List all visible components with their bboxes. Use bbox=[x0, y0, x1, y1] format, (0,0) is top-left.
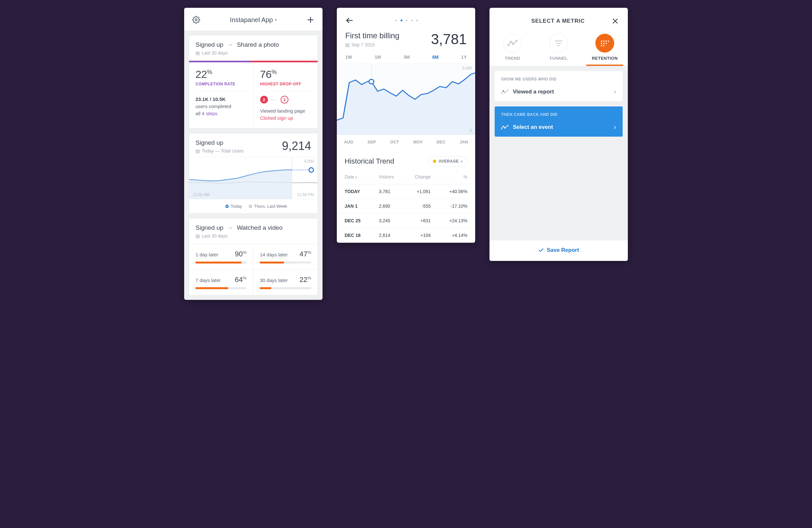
cell-date: JAN 1 bbox=[337, 199, 371, 213]
svg-point-29 bbox=[504, 92, 505, 93]
funnel-icon bbox=[549, 34, 568, 52]
header-bar: SELECT A METRIC bbox=[490, 8, 628, 32]
table-header: Visitors bbox=[371, 170, 404, 184]
metric-tab-trend[interactable]: TREND bbox=[490, 34, 536, 66]
table-row[interactable]: DEC 182,614+104+4.14% bbox=[337, 228, 475, 243]
close-button[interactable] bbox=[610, 16, 620, 26]
x-tick: AUG bbox=[344, 139, 353, 145]
trend-card[interactable]: Signed up ▤ Today — Total Users 9,214 4,… bbox=[189, 133, 318, 213]
dots-icon: •••› bbox=[271, 98, 278, 102]
app-selector[interactable]: Instapanel App ▾ bbox=[230, 16, 277, 24]
completion-label: COMPLETION RATE bbox=[195, 82, 247, 86]
settings-icon[interactable] bbox=[191, 15, 201, 25]
step-badges: 2 •••› 3 bbox=[260, 96, 311, 104]
retention-label: 14 days later bbox=[260, 252, 288, 257]
metric-date: ▤ Sep 7 2015 bbox=[345, 42, 400, 47]
svg-point-24 bbox=[606, 43, 607, 44]
trend-line-icon bbox=[501, 90, 508, 94]
retention-label: 30 days later bbox=[260, 277, 288, 283]
trend-line-icon bbox=[501, 125, 508, 130]
cell-visitors: 3,245 bbox=[371, 213, 404, 228]
svg-point-14 bbox=[516, 40, 518, 42]
table-row[interactable]: DEC 253,245+631+24.13% bbox=[337, 213, 475, 228]
table-row[interactable]: JAN 12,690-555-17.10% bbox=[337, 199, 475, 213]
completion-stat: 22% COMPLETION RATE 23.1K / 10.5K users … bbox=[189, 62, 253, 128]
step-from-badge: 2 bbox=[260, 96, 268, 104]
cell-date: DEC 25 bbox=[337, 213, 371, 228]
y-axis-max: 4,000 bbox=[304, 159, 314, 164]
metric-type-tabs: TRENDFUNNELRETENTION bbox=[490, 32, 628, 66]
retention-value: 47% bbox=[300, 250, 311, 258]
metric-tab-retention[interactable]: RETENTION bbox=[582, 34, 628, 66]
chart-legend: Today Thurs, Last Week bbox=[189, 199, 318, 213]
retention-bar bbox=[195, 287, 247, 289]
retention-bar bbox=[195, 261, 247, 263]
cell-visitors: 3,781 bbox=[371, 184, 404, 199]
svg-point-36 bbox=[503, 125, 504, 127]
card-title: Signed up bbox=[195, 139, 244, 146]
card-header: Signed up ▤ Today — Total Users 9,214 bbox=[189, 133, 318, 157]
historical-trend-header: Historical Trend ✱ AVERAGE ▾ bbox=[337, 150, 475, 170]
table-header: % bbox=[438, 170, 475, 184]
cell-pct: +24.13% bbox=[438, 213, 475, 228]
save-report-button[interactable]: Save Report bbox=[538, 247, 579, 254]
metric-value: 3,781 bbox=[431, 31, 467, 47]
range-tab-1w[interactable]: 1W bbox=[345, 55, 352, 60]
card-title: Signed up → Shared a photo bbox=[195, 41, 311, 48]
return-event-card: THEN CAME BACK AND DID Select an event › bbox=[495, 106, 623, 137]
back-button[interactable] bbox=[345, 16, 354, 25]
legend-dot-lastweek bbox=[249, 205, 252, 208]
return-event-selector[interactable]: Select an event › bbox=[495, 118, 623, 137]
aggregate-selector[interactable]: ✱ AVERAGE ▾ bbox=[428, 156, 467, 166]
calendar-icon: ▤ bbox=[195, 148, 200, 153]
chevron-right-icon: › bbox=[614, 123, 616, 131]
dropoff-pct: 76% bbox=[260, 69, 311, 80]
line-chart: 5,000 0 bbox=[337, 64, 475, 135]
retention-bar bbox=[260, 261, 311, 263]
retention-card[interactable]: Signed up → Watched a video ▤ Last 30 da… bbox=[189, 218, 318, 296]
tab-label: RETENTION bbox=[582, 56, 628, 61]
dropoff-stat: 76% HIGHEST DROP-OFF 2 •••› 3 Viewed lan… bbox=[253, 62, 318, 128]
funnel-card[interactable]: Signed up → Shared a photo ▤ Last 30 day… bbox=[189, 35, 318, 129]
svg-point-18 bbox=[601, 41, 602, 42]
table-row[interactable]: TODAY3,781+1,091+40.56% bbox=[337, 184, 475, 199]
first-event-selector[interactable]: Viewed a report › bbox=[495, 83, 623, 101]
table-header: Change bbox=[404, 170, 439, 184]
choice-label: SHOW ME USERS WHO DID bbox=[495, 71, 623, 83]
retention-icon bbox=[595, 34, 614, 52]
x-axis-start: 12:01 AM bbox=[193, 193, 209, 197]
x-tick: NOV bbox=[413, 139, 422, 145]
range-tab-6m[interactable]: 6M bbox=[432, 55, 438, 60]
page-indicator bbox=[395, 19, 418, 21]
range-tab-3m[interactable]: 3M bbox=[403, 55, 409, 60]
add-button[interactable] bbox=[306, 15, 315, 25]
svg-point-35 bbox=[507, 125, 508, 126]
arrow-right-icon: → bbox=[227, 224, 233, 231]
historical-table: Date ▾VisitorsChange% TODAY3,781+1,091+4… bbox=[337, 170, 475, 243]
table-header[interactable]: Date ▾ bbox=[337, 170, 371, 184]
range-tabs: 1W1M3M6M1Y bbox=[337, 49, 475, 64]
sparkline-chart: 4,000 12:01 AM 11:59 PM bbox=[189, 157, 318, 199]
retention-label: 7 days later bbox=[195, 277, 221, 283]
card-header: Signed up → Watched a video ▤ Last 30 da… bbox=[189, 218, 318, 244]
card-header: Signed up → Shared a photo ▤ Last 30 day… bbox=[189, 35, 318, 61]
metric-tab-funnel[interactable]: FUNNEL bbox=[536, 34, 582, 66]
retention-cell: 30 days later22% bbox=[253, 269, 318, 295]
range-tab-1y[interactable]: 1Y bbox=[461, 55, 467, 60]
svg-point-13 bbox=[512, 43, 514, 45]
trend-icon bbox=[503, 34, 522, 52]
metric-detail-panel: First time billing ▤ Sep 7 2015 3,781 1W… bbox=[337, 8, 475, 243]
svg-point-32 bbox=[501, 128, 502, 129]
svg-point-21 bbox=[608, 41, 609, 42]
chevron-right-icon: › bbox=[614, 88, 616, 95]
x-axis-ticks: AUGSEPOCTNOVDECJAN bbox=[337, 135, 475, 150]
x-tick: SEP bbox=[367, 139, 376, 145]
section-title: Historical Trend bbox=[345, 157, 394, 166]
table-body: TODAY3,781+1,091+40.56%JAN 12,690-555-17… bbox=[337, 184, 475, 243]
caret-down-icon: ▾ bbox=[275, 17, 277, 22]
range-tab-1m[interactable]: 1M bbox=[375, 55, 381, 60]
date-range: ▤ Last 30 days bbox=[195, 233, 311, 239]
cell-change: +1,091 bbox=[404, 184, 439, 199]
dropoff-label: HIGHEST DROP-OFF bbox=[260, 82, 311, 86]
cell-date: DEC 18 bbox=[337, 228, 371, 243]
